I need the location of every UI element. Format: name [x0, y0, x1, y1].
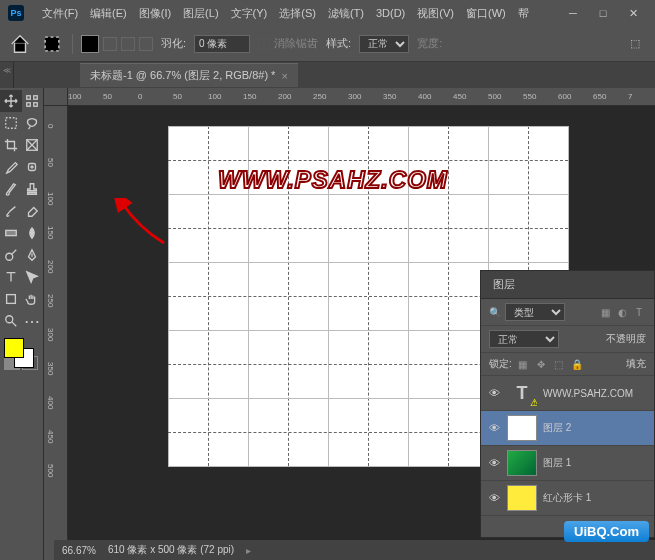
- menu-select[interactable]: 选择(S): [273, 6, 322, 21]
- artboard-tool[interactable]: [22, 90, 44, 112]
- close-button[interactable]: ✕: [619, 3, 647, 23]
- dodge-tool[interactable]: [0, 244, 22, 266]
- lock-position-icon[interactable]: ✥: [534, 357, 548, 371]
- marquee-tool[interactable]: [0, 112, 22, 134]
- hand-tool[interactable]: [22, 288, 44, 310]
- history-brush-tool[interactable]: [0, 200, 22, 222]
- path-tool[interactable]: [22, 266, 44, 288]
- tool-preset-icon[interactable]: [40, 32, 64, 56]
- home-icon[interactable]: [8, 32, 32, 56]
- layer-thumb: [507, 415, 537, 441]
- menu-layer[interactable]: 图层(L): [177, 6, 224, 21]
- healing-tool[interactable]: [22, 156, 44, 178]
- blur-tool[interactable]: [22, 222, 44, 244]
- document-tab[interactable]: 未标题-1 @ 66.7% (图层 2, RGB/8#) * ×: [80, 63, 298, 87]
- add-selection-icon[interactable]: [103, 37, 117, 51]
- layer-thumb: [507, 485, 537, 511]
- style-label: 样式:: [326, 36, 351, 51]
- layers-tab[interactable]: 图层: [481, 271, 654, 299]
- lock-label: 锁定:: [489, 357, 512, 371]
- svg-rect-1: [27, 96, 31, 100]
- menu-window[interactable]: 窗口(W): [460, 6, 512, 21]
- left-panel-toggle[interactable]: ≪: [0, 62, 14, 88]
- layer-name[interactable]: 图层 1: [543, 456, 571, 470]
- watermark-text: WWW.PSAHZ.COM: [218, 166, 448, 194]
- width-label: 宽度:: [417, 36, 442, 51]
- feather-input[interactable]: [194, 35, 250, 53]
- search-icon: 🔍: [489, 307, 501, 318]
- filter-pixel-icon[interactable]: ▦: [598, 305, 612, 319]
- tab-close-icon[interactable]: ×: [281, 70, 287, 82]
- layer-list: 👁 T⚠ WWW.PSAHZ.COM 👁 图层 2 👁 图层 1 👁 红心形卡 …: [481, 376, 654, 537]
- antialias-check: 消除锯齿: [258, 36, 318, 51]
- eyedropper-tool[interactable]: [0, 156, 22, 178]
- lasso-tool[interactable]: [22, 112, 44, 134]
- menu-help[interactable]: 帮: [512, 6, 535, 21]
- shape-tool[interactable]: [0, 288, 22, 310]
- ruler-origin[interactable]: [44, 88, 68, 106]
- style-select[interactable]: 正常: [359, 35, 409, 53]
- svg-point-9: [6, 253, 13, 260]
- toolbox: ⋯: [0, 88, 44, 560]
- crop-tool[interactable]: [0, 134, 22, 156]
- menu-type[interactable]: 文字(Y): [225, 6, 274, 21]
- svg-rect-4: [34, 103, 38, 107]
- maximize-button[interactable]: □: [589, 3, 617, 23]
- menu-filter[interactable]: 滤镜(T): [322, 6, 370, 21]
- pen-tool[interactable]: [22, 244, 44, 266]
- svg-rect-2: [34, 96, 38, 100]
- menu-edit[interactable]: 编辑(E): [84, 6, 133, 21]
- layer-item[interactable]: 👁 图层 2: [481, 411, 654, 446]
- ruler-horizontal[interactable]: 1005005010015020025030035040045050055060…: [68, 88, 655, 106]
- visibility-icon[interactable]: 👁: [487, 492, 501, 504]
- lock-artboard-icon[interactable]: ⬚: [552, 357, 566, 371]
- filter-type-icon[interactable]: T: [632, 305, 646, 319]
- move-tool[interactable]: [0, 90, 22, 112]
- ruler-vertical[interactable]: 050100150200250300350400450500: [44, 106, 68, 560]
- ps-logo: Ps: [8, 5, 24, 21]
- layer-name[interactable]: 红心形卡 1: [543, 491, 591, 505]
- lock-all-icon[interactable]: 🔒: [570, 357, 584, 371]
- svg-rect-3: [27, 103, 31, 107]
- visibility-icon[interactable]: 👁: [487, 387, 501, 399]
- blend-mode-select[interactable]: 正常: [489, 330, 559, 348]
- color-pickers: [0, 336, 43, 376]
- zoom-level[interactable]: 66.67%: [62, 545, 96, 556]
- frame-tool[interactable]: [22, 134, 44, 156]
- brush-tool[interactable]: [0, 178, 22, 200]
- marquee-mode-group: [81, 35, 153, 53]
- more-tools[interactable]: ⋯: [22, 310, 44, 332]
- gradient-tool[interactable]: [0, 222, 22, 244]
- intersect-selection-icon[interactable]: [139, 37, 153, 51]
- svg-point-11: [6, 316, 13, 323]
- visibility-icon[interactable]: 👁: [487, 457, 501, 469]
- layer-item[interactable]: 👁 红心形卡 1: [481, 481, 654, 516]
- status-bar: 66.67% 610 像素 x 500 像素 (72 ppi) ▸: [54, 540, 655, 560]
- foreground-color[interactable]: [4, 338, 24, 358]
- type-tool[interactable]: [0, 266, 22, 288]
- collapse-panel-icon[interactable]: ⬚: [623, 32, 647, 56]
- subtract-selection-icon[interactable]: [121, 37, 135, 51]
- layer-thumb: [507, 450, 537, 476]
- layer-filter-select[interactable]: 类型: [505, 303, 565, 321]
- fill-label: 填充: [626, 357, 646, 371]
- zoom-tool[interactable]: [0, 310, 22, 332]
- brand-watermark: UiBQ.Com: [564, 521, 649, 542]
- svg-rect-10: [6, 295, 15, 304]
- titlebar: Ps 文件(F) 编辑(E) 图像(I) 图层(L) 文字(Y) 选择(S) 滤…: [0, 0, 655, 26]
- layer-name[interactable]: 图层 2: [543, 421, 571, 435]
- menu-3d[interactable]: 3D(D): [370, 7, 411, 19]
- menu-file[interactable]: 文件(F): [36, 6, 84, 21]
- minimize-button[interactable]: ─: [559, 3, 587, 23]
- stamp-tool[interactable]: [22, 178, 44, 200]
- menu-image[interactable]: 图像(I): [133, 6, 177, 21]
- layer-item[interactable]: 👁 图层 1: [481, 446, 654, 481]
- layer-name[interactable]: WWW.PSAHZ.COM: [543, 388, 633, 399]
- lock-pixels-icon[interactable]: ▦: [516, 357, 530, 371]
- new-selection-icon[interactable]: [81, 35, 99, 53]
- layer-item[interactable]: 👁 T⚠ WWW.PSAHZ.COM: [481, 376, 654, 411]
- menu-view[interactable]: 视图(V): [411, 6, 460, 21]
- filter-adjust-icon[interactable]: ◐: [615, 305, 629, 319]
- eraser-tool[interactable]: [22, 200, 44, 222]
- visibility-icon[interactable]: 👁: [487, 422, 501, 434]
